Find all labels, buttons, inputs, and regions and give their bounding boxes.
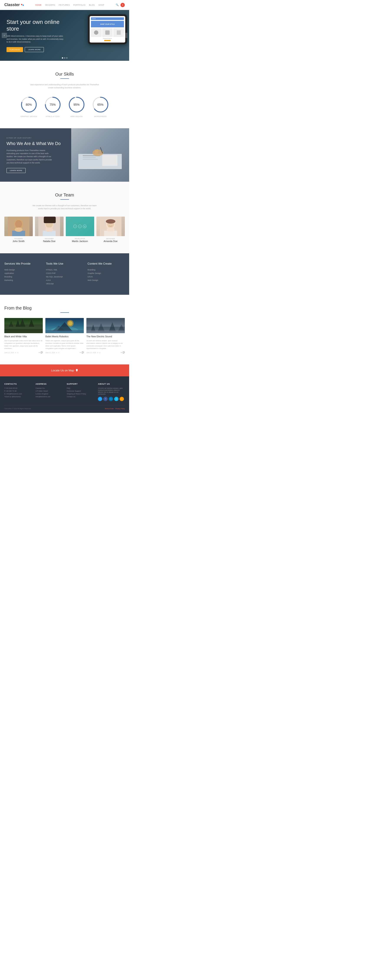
skill-graphic-design: 80% GRAPHIC DESIGN (20, 96, 38, 118)
map-cta-text: Locate Us on Map (4, 369, 125, 372)
map-pin-icon (76, 369, 78, 372)
skill-circle-graphic: 80% (20, 96, 38, 113)
blog-comment-icon-3[interactable]: 💬 (122, 352, 125, 353)
nav-features[interactable]: FEATURES (59, 4, 70, 6)
hero-title: Start your own online store (6, 19, 64, 32)
blog-heart-icon-1[interactable]: ♥ (39, 352, 40, 353)
blog-card-1: Black and White Villa Sed ut perspiciati… (4, 318, 43, 353)
footer-address-email[interactable]: info@themerex.net (36, 396, 62, 398)
nav-home[interactable]: HOME (35, 4, 41, 6)
team-photo-amanda (96, 216, 125, 236)
svg-rect-40 (4, 329, 43, 333)
amanda-avatar-svg (96, 216, 125, 236)
who-learn-more-button[interactable]: LEARN MORE (6, 168, 25, 173)
blog-image-1 (4, 318, 43, 333)
blog-section: From the Blog (0, 295, 129, 364)
cart-button[interactable]: 9 (121, 3, 125, 7)
blog-title-2[interactable]: Ballet Meets Robotics (45, 335, 84, 338)
blog-icons-1: ♥ 💬 (39, 352, 43, 353)
blog-heart-icon-2[interactable]: ♥ (80, 352, 81, 353)
footer-address: ADDRESS Classter Co. 175 Main Street Lon… (36, 383, 62, 401)
blog-icons-3: ♥ 💬 (121, 352, 125, 353)
team-name-john: John Smith (4, 240, 33, 242)
footer-email[interactable]: E: info@themerex.com (4, 393, 31, 395)
blog-heart-icon-3[interactable]: ♥ (121, 352, 122, 353)
skill-percent-html: 75% (49, 103, 56, 107)
content-col: Content We Create Branding Graphic Desig… (87, 262, 125, 286)
team-photo-martin: f t in (66, 216, 94, 236)
tablet-header: Classter (91, 18, 124, 20)
blog-text-1: Sed ut perspiciatis unde omnis iste natu… (4, 339, 43, 350)
services-title: Services We Provide (4, 262, 42, 265)
team-member-martin: f t in DEVELOPER Martin Jackson (66, 216, 94, 242)
team-section: Our Team We create our themes with a tho… (0, 182, 129, 253)
hero-dot-1[interactable] (62, 57, 63, 59)
social-linkedin-button[interactable]: in (109, 397, 113, 401)
team-member-john: FOUNDER John Smith (4, 216, 33, 242)
social-twitter-button[interactable]: t (98, 397, 102, 401)
blog-title-1[interactable]: Black and White Villa (4, 335, 43, 338)
blog-title-3[interactable]: The New Electric Sound (86, 335, 125, 338)
skills-title: Our Skills (4, 72, 125, 76)
footer-customer-support[interactable]: Customer Support (67, 390, 94, 392)
map-cta-section[interactable]: Locate Us on Map (0, 364, 129, 376)
blog-comment-icon-1[interactable]: 💬 (41, 352, 43, 353)
purchase-button[interactable]: PURCHASE (6, 47, 23, 52)
svg-rect-12 (102, 155, 118, 166)
team-role-natalia: DESIGNER (35, 238, 64, 239)
skill-web-design: 95% WEB DESIGN (68, 96, 85, 118)
footer: CONTACTS T: 00 0100 00 63 F: 09 020 70 4… (0, 376, 129, 413)
blog-date-3: June 12, 2015 · 0 · 0 (86, 352, 100, 353)
site-logo[interactable]: Classter (4, 3, 24, 7)
who-content: A FEW OF OUR HISTORY Who We Are & What W… (0, 128, 71, 182)
skill-circle-wp: 65% (92, 96, 109, 113)
learn-more-button[interactable]: LEARN MORE (25, 47, 44, 52)
blog-image-3 (86, 318, 125, 333)
blog-img-villa (4, 318, 43, 333)
tool-mysql: My-SQL JavaScript (46, 276, 83, 278)
blog-img-sound (86, 318, 125, 333)
natalia-avatar-svg (35, 216, 64, 236)
tablet-brand: Classter (92, 18, 96, 19)
skills-section: Our Skills Vast experience and understan… (0, 61, 129, 128)
martin-social-1[interactable]: f (73, 225, 77, 228)
hero-next-button[interactable]: › (122, 33, 127, 38)
copyright-text: ThemeRex © 2014 All Rights Reserved (4, 408, 31, 409)
skills-divider (60, 78, 69, 79)
content-graphic: Graphic Design (87, 272, 125, 274)
blog-date-2: June 12, 2015 · 0 · 0 (45, 352, 59, 353)
hero-buttons: PURCHASE LEARN MORE (6, 47, 64, 52)
services-section: Services We Provide Web Design Applicati… (0, 253, 129, 295)
hero-prev-button[interactable]: ‹ (2, 33, 7, 38)
who-tag: A FEW OF OUR HISTORY (6, 137, 65, 139)
footer-faq[interactable]: FAQ (67, 387, 94, 389)
footer-shipping[interactable]: Shipping & Return Policy (67, 393, 94, 395)
martin-social-2[interactable]: t (78, 225, 82, 228)
privacy-link[interactable]: Privacy Policy (115, 408, 125, 409)
blog-comment-icon-2[interactable]: 💬 (82, 352, 84, 353)
nav-portfolio[interactable]: PORTFOLIO (73, 4, 86, 6)
footer-support-title: SUPPORT (67, 383, 94, 385)
svg-rect-15 (96, 149, 98, 154)
social-facebook-button[interactable]: f (103, 397, 108, 401)
svg-point-19 (15, 220, 22, 228)
nav-shop[interactable]: SHOP (98, 4, 104, 6)
blog-title: From the Blog (4, 305, 125, 310)
hero-dot-3[interactable] (66, 57, 67, 59)
hero-dot-2[interactable] (64, 57, 65, 59)
tool-html5: HTML5, XML (46, 269, 83, 271)
skill-circle-html: 75% (44, 96, 61, 113)
skill-label-wp: WORDPRESS (92, 116, 109, 118)
search-icon[interactable]: 🔍 (116, 3, 119, 6)
footer-twitter[interactable]: Tweet us @themerex (4, 396, 31, 398)
nav-blog[interactable]: BLOG (89, 4, 95, 6)
nav-headers[interactable]: HEADERS (45, 4, 55, 6)
social-vimeo-button[interactable]: v (114, 397, 119, 401)
terms-link[interactable]: Terms of Use (105, 408, 113, 409)
logo-text: Classter (4, 3, 20, 7)
who-title: Who We Are & What We Do (6, 141, 65, 146)
social-rss-button[interactable]: r (119, 397, 124, 401)
blog-text-3: Ut enim ad minima veniam, quis nostrud e… (86, 339, 125, 350)
martin-social-3[interactable]: in (83, 225, 86, 228)
footer-contact[interactable]: Contact Us (67, 396, 94, 398)
